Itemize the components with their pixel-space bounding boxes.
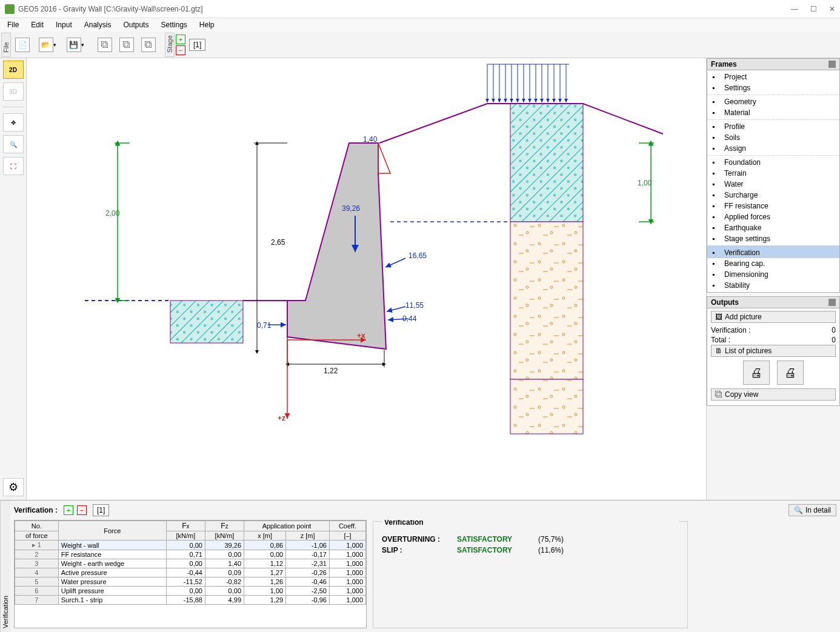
frame-item-dimensioning[interactable]: ▪Dimensioning	[707, 269, 839, 280]
print-2-button[interactable]: 🖨	[777, 361, 804, 385]
menu-settings[interactable]: Settings	[156, 19, 192, 30]
collapse-icon[interactable]	[828, 61, 836, 68]
toolbar-stage-label: Stage	[165, 33, 175, 57]
frame-item-icon: ▪	[712, 84, 721, 92]
menu-outputs[interactable]: Outputs	[118, 19, 153, 30]
frame-item-label: Profile	[724, 122, 745, 131]
frame-item-surcharge[interactable]: ▪Surcharge	[707, 190, 839, 201]
list-of-pictures-button[interactable]: 🗎 List of pictures	[711, 345, 836, 357]
dim-1-22: 1,22	[324, 367, 338, 375]
overturning-percent: (75,7%)	[538, 535, 564, 544]
frame-item-icon: ▪	[712, 98, 721, 106]
minimize-button[interactable]: —	[791, 5, 798, 13]
verification-remove-button[interactable]: −	[77, 505, 87, 515]
zoom-fit-button[interactable]: ⛶	[3, 157, 24, 175]
frame-item-label: Project	[724, 73, 747, 81]
right-panel: Frames ▪Project▪Settings▪Geometry▪Materi…	[707, 58, 840, 500]
print-1-button[interactable]: 🖨	[743, 361, 770, 385]
new-file-button[interactable]: 📄	[12, 34, 33, 56]
stage-remove-button[interactable]: −	[176, 45, 185, 55]
frame-item-label: Surcharge	[724, 191, 758, 199]
forces-table[interactable]: No. Force Fx Fz Application point Coeff.…	[14, 520, 367, 628]
frame-item-earthquake[interactable]: ▪Earthquake	[707, 222, 839, 233]
table-row[interactable]: ▸ 1Weight - wall0,0039,260,86-1,061,000	[15, 541, 366, 550]
paste-button[interactable]: ⿻	[116, 34, 137, 56]
svg-line-42	[385, 258, 405, 267]
table-row[interactable]: 7Surch.1 - strip-15,884,991,29-0,961,000	[15, 596, 366, 605]
menu-edit[interactable]: Edit	[26, 19, 48, 30]
frame-item-icon: ▪	[712, 122, 721, 131]
add-picture-icon: 🖼	[715, 313, 722, 321]
frame-item-project[interactable]: ▪Project	[707, 72, 839, 82]
table-row[interactable]: 2FF resistance0,710,000,00-0,171,000	[15, 550, 366, 559]
view-toolbar: 2D 3D ✥ 🔍 ⛶ ⚙	[0, 58, 27, 500]
frame-item-label: Stability	[724, 281, 750, 290]
in-detail-button[interactable]: 🔍 In detail	[788, 504, 836, 516]
svg-rect-9	[510, 222, 583, 379]
verification-add-button[interactable]: +	[64, 505, 73, 515]
stage-add-button[interactable]: +	[176, 35, 185, 44]
axis-z: +z	[278, 414, 285, 422]
zoom-box-button[interactable]: 🔍	[3, 135, 24, 153]
menu-analysis[interactable]: Analysis	[79, 19, 116, 30]
verification-number[interactable]: [1]	[93, 504, 109, 516]
frame-item-label: Terrain	[724, 169, 747, 178]
menu-help[interactable]: Help	[195, 19, 219, 30]
output-total-count: 0	[832, 336, 836, 344]
frame-item-material[interactable]: ▪Material	[707, 107, 839, 118]
copy-view-button[interactable]: ⿻ Copy view	[711, 388, 836, 401]
open-file-button[interactable]: 📂▾	[34, 34, 61, 56]
titlebar: GEO5 2016 - Gravity Wall [C:\Gravity-Wal…	[0, 0, 840, 18]
table-row[interactable]: 3Weight - earth wedge0,001,401,12-2,311,…	[15, 559, 366, 568]
frame-item-ff-resistance[interactable]: ▪FF resistance	[707, 201, 839, 211]
verification-panel: Verification Verification : + − [1] 🔍 In…	[0, 500, 840, 632]
table-row[interactable]: 4Active pressure-0,440,091,27-0,261,000	[15, 568, 366, 577]
frame-item-water[interactable]: ▪Water	[707, 179, 839, 190]
frame-item-terrain[interactable]: ▪Terrain	[707, 168, 839, 179]
frame-item-label: FF resistance	[724, 202, 768, 210]
output-verif-label: Verification :	[711, 326, 750, 334]
frame-item-soils[interactable]: ▪Soils	[707, 132, 839, 143]
pan-button[interactable]: ✥	[3, 113, 24, 131]
copy-button[interactable]: ⿻	[95, 34, 115, 56]
svg-rect-8	[510, 104, 583, 222]
view-3d-button[interactable]: 3D	[3, 82, 24, 101]
frame-item-verification[interactable]: ▪Verification	[707, 245, 839, 258]
frame-item-foundation[interactable]: ▪Foundation	[707, 155, 839, 168]
paste-next-button[interactable]: ⿻	[138, 34, 159, 56]
frame-item-icon: ▪	[712, 180, 721, 188]
frame-item-geometry[interactable]: ▪Geometry	[707, 95, 839, 107]
frame-item-profile[interactable]: ▪Profile	[707, 119, 839, 132]
frame-item-applied-forces[interactable]: ▪Applied forces	[707, 211, 839, 222]
frame-item-icon: ▪	[712, 224, 721, 232]
frame-item-label: Stage settings	[724, 235, 770, 243]
menu-input[interactable]: Input	[51, 19, 77, 30]
maximize-button[interactable]: ☐	[810, 5, 817, 13]
slip-label: SLIP :	[382, 546, 448, 554]
save-file-button[interactable]: 💾▾	[62, 34, 88, 56]
view-2d-button[interactable]: 2D	[3, 61, 24, 79]
svg-line-43	[387, 307, 405, 311]
frame-item-label: Water	[724, 180, 744, 188]
close-button[interactable]: ✕	[829, 5, 835, 13]
frame-item-settings[interactable]: ▪Settings	[707, 82, 839, 93]
table-row[interactable]: 5Water pressure-11,52-0,821,26-0,461,000	[15, 577, 366, 587]
frame-item-label: Assign	[724, 144, 746, 153]
output-total-label: Total :	[711, 336, 730, 344]
frame-item-assign[interactable]: ▪Assign	[707, 143, 839, 154]
frame-item-bearing-cap-[interactable]: ▪Bearing cap.	[707, 258, 839, 269]
frame-item-stability[interactable]: ▪Stability	[707, 280, 839, 291]
outputs-header[interactable]: Outputs	[707, 296, 840, 308]
table-row[interactable]: 6Uplift pressure0,000,001,00-2,501,000	[15, 587, 366, 596]
frames-header[interactable]: Frames	[707, 58, 840, 70]
drawing-canvas[interactable]: 2,00 1,00 2,65 1,40 0,71	[27, 58, 707, 500]
stage-number[interactable]: [1]	[189, 39, 205, 51]
verification-tab-label: Verification	[0, 501, 10, 632]
collapse-icon[interactable]	[828, 299, 836, 306]
view-settings-button[interactable]: ⚙	[3, 478, 24, 496]
output-verif-count: 0	[832, 326, 836, 334]
frame-item-stage-settings[interactable]: ▪Stage settings	[707, 233, 839, 244]
menu-file[interactable]: File	[2, 19, 24, 30]
frames-list: ▪Project▪Settings▪Geometry▪Material▪Prof…	[707, 70, 840, 293]
add-picture-button[interactable]: 🖼 Add picture	[711, 311, 836, 323]
